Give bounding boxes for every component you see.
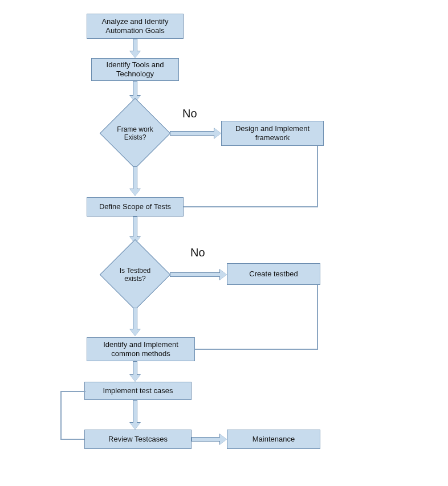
node-analyze-goals: Analyze and Identify Automation Goals xyxy=(87,14,184,39)
node-review-testcases: Review Testcases xyxy=(84,430,192,449)
arrow-right-icon xyxy=(192,435,227,443)
node-identify-tools: Identify Tools and Technology xyxy=(91,58,179,81)
node-label: Identify Tools and Technology xyxy=(95,60,175,78)
no-text: No xyxy=(182,107,197,120)
decision-framework-exists xyxy=(100,98,170,169)
node-label: Define Scope of Tests xyxy=(99,202,171,211)
connector-line xyxy=(317,146,318,207)
node-create-testbed: Create testbed xyxy=(227,263,320,285)
arrow-down-icon xyxy=(131,361,139,382)
connector-line xyxy=(60,391,62,440)
arrow-right-icon xyxy=(170,129,221,137)
node-label: Review Testcases xyxy=(108,435,168,444)
arrow-down-icon xyxy=(131,39,139,58)
node-label: Design and Implement framework xyxy=(225,124,320,142)
arrow-down-icon xyxy=(131,308,139,336)
arrow-down-icon xyxy=(131,400,139,430)
node-common-methods: Identify and Implement common methods xyxy=(87,337,195,361)
no-text: No xyxy=(190,246,205,259)
node-label: Implement test cases xyxy=(103,386,173,395)
edge-label-no: No xyxy=(190,246,205,259)
node-maintenance: Maintenance xyxy=(227,430,320,449)
node-label: Create testbed xyxy=(249,269,298,279)
node-label: Identify and Implement common methods xyxy=(91,340,191,358)
connector-line xyxy=(317,285,318,350)
edge-label-no: No xyxy=(182,107,197,120)
connector-line xyxy=(60,391,85,392)
node-label: Analyze and Identify Automation Goals xyxy=(91,17,180,35)
node-implement-testcases: Implement test cases xyxy=(84,382,192,400)
flowchart-canvas: Analyze and Identify Automation Goals Id… xyxy=(0,0,448,486)
arrow-down-icon xyxy=(131,166,139,196)
connector-line xyxy=(193,349,318,350)
node-design-framework: Design and Implement framework xyxy=(221,121,324,146)
decision-testbed-exists xyxy=(100,239,170,310)
connector-line xyxy=(181,206,318,207)
arrow-right-icon xyxy=(170,271,227,279)
node-define-scope: Define Scope of Tests xyxy=(87,197,184,217)
node-label: Maintenance xyxy=(252,435,295,444)
connector-line xyxy=(60,439,85,440)
